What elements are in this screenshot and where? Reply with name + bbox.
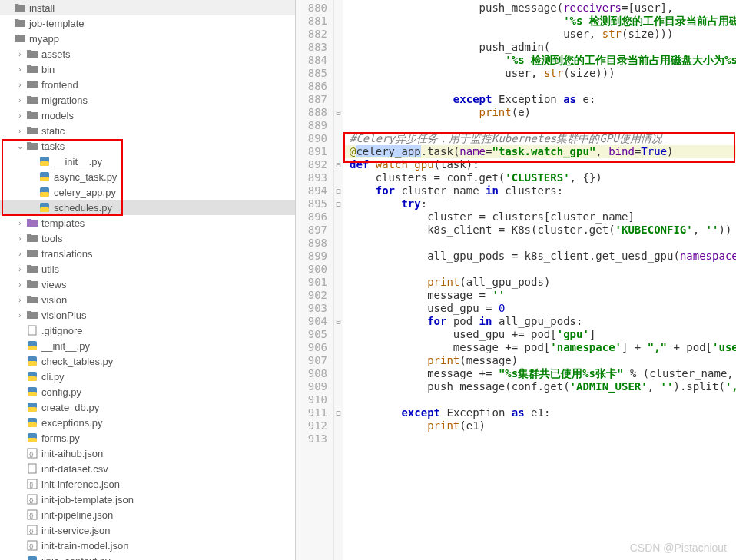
code-line[interactable]: used_gpu = 0 xyxy=(350,302,736,315)
code-line[interactable] xyxy=(350,432,736,446)
chevron-icon[interactable]: › xyxy=(15,295,25,304)
code-line[interactable]: cluster = clusters[cluster_name] xyxy=(350,210,736,224)
chevron-icon[interactable]: › xyxy=(15,234,25,243)
code-line[interactable]: try: xyxy=(350,197,736,210)
tree-item-config-py[interactable]: ·config.py xyxy=(0,384,295,399)
tree-item-schedules-py[interactable]: ·schedules.py xyxy=(0,200,295,215)
tree-item-frontend[interactable]: ›frontend xyxy=(0,77,295,92)
fold-marker[interactable]: ⊟ xyxy=(334,315,343,328)
chevron-icon[interactable]: › xyxy=(15,49,25,58)
fold-marker[interactable]: ⊟ xyxy=(334,184,343,197)
code-line[interactable]: clusters = conf.get('CLUSTERS', {}) xyxy=(350,171,736,184)
tree-item-myapp[interactable]: ·myapp xyxy=(0,31,295,46)
fold-marker[interactable]: ⊟ xyxy=(334,406,343,419)
tree-item-static[interactable]: ›static xyxy=(0,123,295,138)
chevron-icon[interactable]: › xyxy=(15,280,25,289)
tree-item-utils[interactable]: ›utils xyxy=(0,261,295,277)
tree-item-celery-app-py[interactable]: ·celery_app.py xyxy=(0,184,295,200)
chevron-icon[interactable]: › xyxy=(15,80,25,89)
tree-item-init-service-json[interactable]: ·{}init-service.json xyxy=(0,522,295,538)
tree-item-translations[interactable]: ›translations xyxy=(0,246,295,261)
chevron-icon[interactable]: › xyxy=(15,126,25,135)
chevron-icon[interactable]: › xyxy=(15,111,25,120)
code-line[interactable]: used_gpu += pod['gpu'] xyxy=(350,328,736,341)
code-line[interactable]: message += pod['namespace'] + "," + pod[… xyxy=(350,341,736,354)
tree-item-templates[interactable]: ›templates xyxy=(0,215,295,230)
code-line[interactable]: push_admin( xyxy=(350,41,736,54)
code-line[interactable] xyxy=(350,80,736,93)
tree-item-bin[interactable]: ›bin xyxy=(0,61,295,77)
tree-item-tools[interactable]: ›tools xyxy=(0,230,295,246)
code-line[interactable]: def watch_gpu(task): xyxy=(350,158,736,171)
tree-item-init-job-template-json[interactable]: ·{}init-job-template.json xyxy=(0,492,295,507)
tree-item-install[interactable]: ·install xyxy=(0,0,295,15)
tree-item-forms-py[interactable]: ·forms.py xyxy=(0,430,295,446)
code-line[interactable]: print(all_gpu_pods) xyxy=(350,276,736,289)
tree-item---init---py[interactable]: ·__init__.py xyxy=(0,338,295,353)
fold-marker xyxy=(334,276,343,289)
code-line[interactable]: user, str(size))) xyxy=(350,28,736,41)
chevron-icon[interactable]: › xyxy=(15,310,25,320)
chevron-icon[interactable]: › xyxy=(15,264,25,273)
tree-item-job-template[interactable]: ·job-template xyxy=(0,15,295,31)
fold-marker[interactable]: ⊟ xyxy=(334,158,343,171)
fold-marker xyxy=(334,93,343,106)
code-line[interactable]: push_message(receivers=[user], xyxy=(350,2,736,15)
fold-gutter[interactable]: ⊟⊟⊟⊟⊟⊟ xyxy=(334,0,343,560)
line-number: 899 xyxy=(296,250,327,263)
tree-item-async-task-py[interactable]: ·async_task.py xyxy=(0,169,295,184)
code-line[interactable]: for cluster_name in clusters: xyxy=(350,184,736,197)
code-line[interactable]: message = '' xyxy=(350,289,736,302)
tree-item-init-pipeline-json[interactable]: ·{}init-pipeline.json xyxy=(0,507,295,522)
chevron-icon[interactable]: › xyxy=(15,65,25,74)
chevron-icon[interactable]: ⌄ xyxy=(15,141,25,151)
tree-item-tasks[interactable]: ⌄tasks xyxy=(0,138,295,154)
tree-item-init-aihub-json[interactable]: ·{}init-aihub.json xyxy=(0,446,295,461)
code-line[interactable]: '%s 检测到您的工作目录当前占用磁盘大小为%sG。 xyxy=(350,54,736,67)
tree-item-views[interactable]: ›views xyxy=(0,277,295,292)
tree-item--gitignore[interactable]: ·.gitignore xyxy=(0,323,295,338)
json-icon: {} xyxy=(26,539,38,552)
tree-item-create-db-py[interactable]: ·create_db.py xyxy=(0,399,295,415)
code-line[interactable]: except Exception as e1: xyxy=(350,406,736,419)
code-line[interactable]: #Celery异步任务，用于监控Kubernetes集群中的GPU使用情况 xyxy=(350,132,736,145)
code-line[interactable] xyxy=(350,119,736,132)
fold-marker[interactable]: ⊟ xyxy=(334,106,343,119)
tree-item-init-train-model-json[interactable]: ·{}init-train-model.json xyxy=(0,538,295,553)
chevron-icon[interactable]: › xyxy=(15,218,25,227)
code-line[interactable]: print(message) xyxy=(350,354,736,367)
tree-item-cli-py[interactable]: ·cli.py xyxy=(0,369,295,384)
tree-item-assets[interactable]: ›assets xyxy=(0,46,295,61)
code-line[interactable]: for pod in all_gpu_pods: xyxy=(350,315,736,328)
tree-item-init-inference-json[interactable]: ·{}init-inference.json xyxy=(0,476,295,492)
chevron-icon[interactable]: › xyxy=(15,249,25,258)
tree-item-exceptions-py[interactable]: ·exceptions.py xyxy=(0,415,295,430)
code-line[interactable]: @celery_app.task(name="task.watch_gpu", … xyxy=(343,145,736,158)
code-line[interactable]: push_message(conf.get('ADMIN_USER', '').… xyxy=(350,380,736,393)
tree-item-check-tables-py[interactable]: ·check_tables.py xyxy=(0,353,295,369)
tree-item-migrations[interactable]: ›migrations xyxy=(0,92,295,108)
code-line[interactable]: k8s_client = K8s(cluster.get('KUBECONFIG… xyxy=(350,224,736,237)
chevron-icon: · xyxy=(15,464,25,473)
code-line[interactable] xyxy=(350,263,736,276)
chevron-icon[interactable]: › xyxy=(15,95,25,104)
code-line[interactable] xyxy=(350,393,736,406)
code-line[interactable]: print(e1) xyxy=(350,419,736,432)
fold-marker[interactable]: ⊟ xyxy=(334,197,343,210)
code-line[interactable]: all_gpu_pods = k8s_client.get_uesd_gpu(n… xyxy=(350,250,736,263)
tree-item-vision[interactable]: ›vision xyxy=(0,292,295,307)
code-line[interactable]: print(e) xyxy=(350,106,736,119)
code-editor[interactable]: 8808818828838848858868878888898908918928… xyxy=(296,0,736,560)
code-line[interactable]: except Exception as e: xyxy=(350,93,736,106)
tree-item---init---py[interactable]: ·__init__.py xyxy=(0,154,295,169)
code-content[interactable]: push_message(receivers=[user], '%s 检测到您的… xyxy=(343,0,736,560)
tree-item-init-dataset-csv[interactable]: ·init-dataset.csv xyxy=(0,461,295,476)
tree-item-jinja-context-py[interactable]: ·jinja_context.py xyxy=(0,553,295,560)
tree-item-models[interactable]: ›models xyxy=(0,108,295,123)
tree-item-label: celery_app.py xyxy=(54,187,116,198)
code-line[interactable]: message += "%s集群共已使用%s张卡" % (cluster_nam… xyxy=(350,367,736,380)
code-line[interactable]: user, str(size))) xyxy=(350,67,736,80)
code-line[interactable] xyxy=(350,237,736,250)
tree-item-visionPlus[interactable]: ›visionPlus xyxy=(0,307,295,323)
code-line[interactable]: '%s 检测到您的工作目录当前占用磁盘大 xyxy=(350,15,736,28)
